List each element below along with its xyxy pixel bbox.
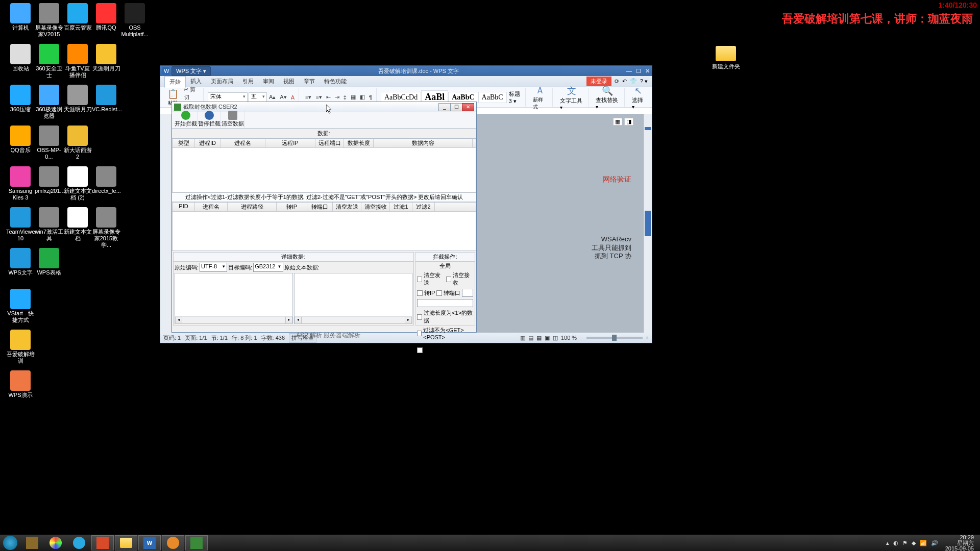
pause-all-checkbox[interactable] <box>417 347 423 353</box>
grid-header[interactable]: 数据内容 <box>374 139 473 147</box>
scroll-left-icon[interactable]: ◂ <box>295 317 302 324</box>
desktop-icon[interactable]: pmlxzj201... <box>35 166 63 194</box>
raw-textarea[interactable]: ◂▸ <box>294 273 412 324</box>
taskbar-app-4[interactable] <box>91 535 114 550</box>
tray-icon-1[interactable]: ◐ <box>893 540 898 546</box>
desktop-icon[interactable]: 计算机 <box>6 3 35 31</box>
packet-close-btn[interactable]: ✕ <box>462 103 474 111</box>
desktop-icon[interactable]: 吾爱破解培训 <box>6 330 35 364</box>
desktop-icon[interactable]: Samsung Kies 3 <box>6 166 35 201</box>
heading-dropdown[interactable]: 标题 3 ▾ <box>509 90 521 105</box>
desktop-icon[interactable]: TeamViewer 10 <box>6 207 35 242</box>
shrink-font-button[interactable]: A▾ <box>278 93 288 102</box>
desktop-icon[interactable]: 天涯明月刀 <box>92 44 120 72</box>
zoom-in-button[interactable]: + <box>646 335 649 341</box>
wps-app-menu[interactable]: WPS 文字 ▾ <box>172 66 211 76</box>
grid-header[interactable]: 转IP <box>277 203 307 211</box>
grid-header[interactable]: 转端口 <box>307 203 333 211</box>
desktop-icon[interactable]: OBS-MP-0... <box>35 126 63 160</box>
view-mode-1-icon[interactable]: ▥ <box>520 335 525 341</box>
style-heading3[interactable]: AaBbC <box>478 92 507 103</box>
tray-volume-icon[interactable]: 🔊 <box>931 540 938 546</box>
desktop-icon[interactable]: QQ音乐 <box>6 126 35 154</box>
grid-header[interactable]: 数据长度 <box>344 139 374 147</box>
view-mode-4-icon[interactable]: ▣ <box>545 335 550 341</box>
desktop-icon[interactable]: 斗鱼TV直播伴侣 <box>63 44 92 79</box>
shading-button[interactable]: ◧ <box>358 93 367 102</box>
bullets-button[interactable]: ≡▾ <box>303 93 313 102</box>
grid-header[interactable]: 进程名 <box>220 139 265 147</box>
wps-maximize-btn[interactable]: ☐ <box>636 68 641 74</box>
ribbon-tab[interactable]: 审阅 <box>258 76 279 87</box>
scroll-left-icon[interactable]: ◂ <box>175 317 182 324</box>
src-encoding-combo[interactable]: UTF-8 <box>200 263 227 272</box>
desktop-icon[interactable]: 屏幕录像专家V2015 <box>35 3 63 38</box>
para-settings-button[interactable]: ¶ <box>367 93 374 102</box>
tray-icon-3[interactable]: ◆ <box>912 540 916 546</box>
nav-pane-icon[interactable]: ◨ <box>624 118 633 126</box>
desktop-icon[interactable]: VStart - 快捷方式 <box>6 289 35 323</box>
desktop-icon[interactable]: 回收站 <box>6 44 35 72</box>
ribbon-tab[interactable]: 视图 <box>279 76 299 87</box>
zoom-thumb[interactable] <box>612 335 617 341</box>
ribbon-tab[interactable]: 页面布局 <box>206 76 238 87</box>
wps-minimize-btn[interactable]: — <box>626 68 632 74</box>
desktop-icon[interactable]: 腾讯QQ <box>92 3 120 31</box>
desktop-icon[interactable]: OBS Multiplatf... <box>120 3 149 38</box>
borders-button[interactable]: ▦ <box>349 93 358 102</box>
view-mode-3-icon[interactable]: ▦ <box>536 335 542 341</box>
taskbar-clock[interactable]: 20:29 星期六 2015-09-05 <box>942 535 977 552</box>
grid-header[interactable]: 远程IP <box>265 139 315 147</box>
view-mode-5-icon[interactable]: ◫ <box>553 335 558 341</box>
grow-font-button[interactable]: A▴ <box>267 93 278 102</box>
wps-vertical-scrollbar[interactable] <box>644 114 652 333</box>
packet-data-grid[interactable]: 类型进程ID进程名远程IP远程端口数据长度数据内容 <box>172 138 476 192</box>
decoded-textarea[interactable]: ◂▸ <box>175 273 293 324</box>
find-replace-button[interactable]: 🔍查找替换▾ <box>593 84 622 111</box>
taskbar-explorer[interactable] <box>115 535 137 550</box>
desktop-icon[interactable]: 新大话西游2 <box>63 126 92 160</box>
decrease-indent-button[interactable]: ⇤ <box>324 93 333 102</box>
start-capture-button[interactable]: 开始拦截 <box>174 110 198 128</box>
select-button[interactable]: ↖选择▾ <box>629 84 648 111</box>
taskbar-app-1[interactable] <box>21 535 43 550</box>
scroll-right-icon[interactable]: ▸ <box>405 317 412 324</box>
font-family-combo[interactable]: 宋体 <box>208 92 248 103</box>
trans-port-checkbox[interactable] <box>436 290 442 296</box>
grid-header[interactable]: 清空发送 <box>333 203 361 211</box>
desktop-icon[interactable]: WPS演示 <box>6 370 35 398</box>
zoom-out-button[interactable]: − <box>580 335 583 341</box>
scroll-thumb[interactable] <box>645 211 651 236</box>
taskbar-app-3[interactable] <box>68 535 90 550</box>
grid-header[interactable]: 远程端口 <box>315 139 344 147</box>
taskbar-packet-tool[interactable] <box>185 535 208 550</box>
clear-send-checkbox[interactable] <box>417 277 422 282</box>
desktop-icon[interactable]: directx_fe... <box>92 166 120 194</box>
wps-close-btn[interactable]: ✕ <box>645 68 650 74</box>
grid-header[interactable]: 进程名 <box>195 203 228 211</box>
ribbon-tab[interactable]: 特色功能 <box>320 76 351 87</box>
grid-header[interactable]: 类型 <box>173 139 195 147</box>
desktop-icon[interactable]: 新建文本文档 (2) <box>63 166 92 201</box>
grid-header[interactable]: 清空接收 <box>361 203 390 211</box>
desktop-icon[interactable]: 360压缩 <box>6 85 35 113</box>
clear-recv-checkbox[interactable] <box>446 277 451 282</box>
desktop-icon[interactable]: win7激活工具 <box>35 207 63 242</box>
trans-port-input[interactable] <box>462 289 473 297</box>
taskbar-app-2[interactable] <box>44 535 67 550</box>
tray-network-icon[interactable]: 📶 <box>920 540 927 546</box>
cut-button[interactable]: ✂ 剪切 <box>182 85 201 102</box>
start-button[interactable] <box>0 535 20 551</box>
system-tray[interactable]: ▴ ◐ ⚑ ◆ 📶 🔊 20:29 星期六 2015-09-05 <box>883 535 980 552</box>
grid-header[interactable]: PID <box>173 203 195 211</box>
desktop-icon[interactable]: 360极速浏览器 <box>35 85 63 119</box>
zoom-percent[interactable]: 100 % <box>561 335 577 341</box>
line-spacing-button[interactable]: ‡ <box>341 93 349 102</box>
desktop-icon[interactable]: 百度云管家 <box>63 3 92 31</box>
desktop-folder-new[interactable]: 新建文件夹 <box>712 44 740 70</box>
view-mode-2-icon[interactable]: ▤ <box>528 335 533 341</box>
wps-titlebar[interactable]: W WPS 文字 ▾ 吾爱破解培训课.doc - WPS 文字 — ☐ ✕ <box>160 66 652 76</box>
ribbon-tab[interactable]: 章节 <box>299 76 320 87</box>
taskbar-app-5[interactable] <box>162 535 184 550</box>
increase-indent-button[interactable]: ⇥ <box>333 93 341 102</box>
